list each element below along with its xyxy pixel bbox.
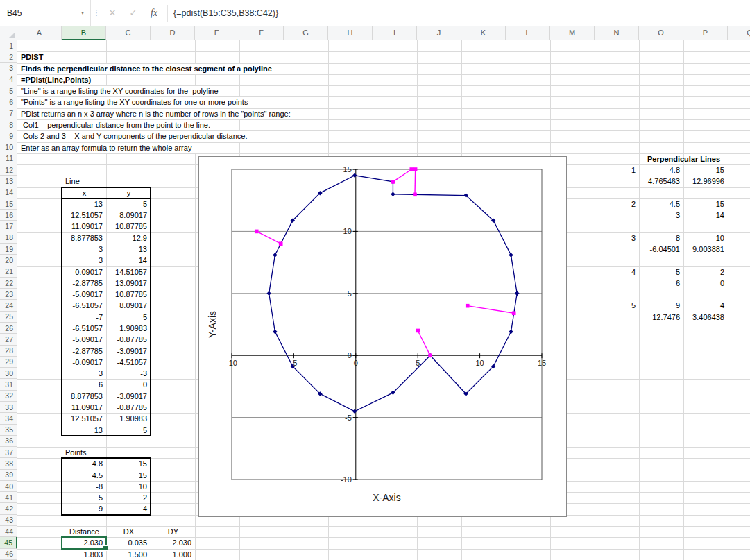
column-header-Q[interactable]: Q (728, 26, 750, 40)
cell-P21[interactable]: 2 (684, 267, 728, 278)
column-header-I[interactable]: I (373, 26, 417, 40)
cell-C40[interactable]: 10 (107, 482, 151, 492)
column-header-L[interactable]: L (506, 26, 550, 40)
row-header-4[interactable]: 4 (0, 74, 17, 85)
cell-O18[interactable]: -8 (640, 233, 683, 244)
cell-C41[interactable]: 2 (107, 493, 151, 503)
cell-C20[interactable]: 14 (107, 255, 151, 266)
row-header-22[interactable]: 22 (0, 278, 17, 289)
row-header-36[interactable]: 36 (0, 436, 17, 447)
cell-B30[interactable]: 3 (62, 368, 106, 379)
row-header-3[interactable]: 3 (0, 63, 17, 74)
column-header-P[interactable]: P (683, 26, 728, 40)
cell-C26[interactable]: 1.90983 (107, 323, 151, 334)
cell-B42[interactable]: 9 (62, 504, 106, 514)
cell-C35[interactable]: 5 (107, 425, 151, 436)
row-header-26[interactable]: 26 (0, 323, 17, 334)
cell-C31[interactable]: 0 (107, 380, 151, 390)
row-header-14[interactable]: 14 (0, 187, 17, 198)
column-header-N[interactable]: N (595, 26, 639, 40)
cell-A7[interactable]: PDist returns an n x 3 array where n is … (18, 109, 295, 119)
row-header-12[interactable]: 12 (0, 164, 17, 176)
cancel-icon[interactable]: ✕ (102, 8, 123, 18)
cell-A3[interactable]: Finds the perpendicular distance to the … (18, 64, 276, 74)
cell-A4[interactable]: =PDist(Line,Points) (18, 75, 95, 85)
cell-D44[interactable]: DY (151, 527, 195, 537)
cell-P18[interactable]: 10 (684, 233, 728, 244)
cell-P13[interactable]: 12.96996 (684, 176, 728, 187)
column-header-D[interactable]: D (151, 26, 195, 40)
cell-N18[interactable]: 3 (595, 233, 639, 244)
cell-B31[interactable]: 6 (62, 380, 106, 390)
cell-P16[interactable]: 14 (684, 210, 728, 221)
cell-B17[interactable]: 11.09017 (62, 221, 106, 232)
enter-icon[interactable]: ✓ (123, 8, 144, 18)
cell-B22[interactable]: -2.87785 (62, 278, 106, 289)
cell-A8[interactable]: Col1 = perpendicular distance from the p… (18, 120, 214, 130)
cell-B34[interactable]: 12.51057 (62, 414, 106, 424)
row-header-21[interactable]: 21 (0, 266, 17, 278)
cell-B33[interactable]: 11.09017 (62, 402, 106, 413)
cell-C15[interactable]: 5 (107, 199, 151, 210)
row-header-30[interactable]: 30 (0, 368, 17, 379)
row-header-10[interactable]: 10 (0, 142, 17, 153)
cell-O12[interactable]: 4.8 (640, 165, 683, 176)
cell-N12[interactable]: 1 (595, 165, 639, 176)
cell-B29[interactable]: -0.09017 (62, 357, 106, 368)
cell-B24[interactable]: -6.51057 (62, 300, 106, 311)
name-box[interactable]: B45 (0, 0, 75, 26)
cell-C19[interactable]: 13 (107, 244, 151, 255)
row-header-38[interactable]: 38 (0, 458, 17, 469)
cell-B40[interactable]: -8 (62, 482, 106, 492)
cell-B32[interactable]: 8.877853 (62, 391, 106, 402)
cell-B25[interactable]: -7 (62, 312, 106, 323)
cell-B18[interactable]: 8.877853 (62, 233, 106, 244)
cell-P22[interactable]: 0 (684, 278, 728, 289)
row-header-43[interactable]: 43 (0, 515, 17, 526)
row-header-33[interactable]: 33 (0, 402, 17, 413)
formula-input[interactable]: {=pdist(B15:C35,B38:C42)} (173, 8, 750, 18)
cell-O16[interactable]: 3 (640, 210, 683, 221)
cell-C22[interactable]: 13.09017 (107, 278, 151, 289)
cell-C32[interactable]: -3.09017 (107, 391, 151, 402)
cell-C23[interactable]: 10.87785 (107, 289, 151, 300)
cell-P12[interactable]: 15 (684, 165, 728, 176)
cell-B38[interactable]: 4.8 (62, 459, 106, 469)
cell-B39[interactable]: 4.5 (62, 470, 106, 481)
row-header-46[interactable]: 46 (0, 549, 17, 560)
cell-C24[interactable]: 8.09017 (107, 300, 151, 311)
row-header-44[interactable]: 44 (0, 526, 17, 537)
row-header-19[interactable]: 19 (0, 244, 17, 255)
row-header-18[interactable]: 18 (0, 232, 17, 244)
cell-A9[interactable]: Cols 2 and 3 = X and Y components of the… (18, 131, 251, 142)
cell-D45[interactable]: 2.030 (151, 538, 195, 548)
column-header-O[interactable]: O (639, 26, 683, 40)
row-header-32[interactable]: 32 (0, 391, 17, 402)
cell-B16[interactable]: 12.51057 (62, 210, 106, 221)
cell-O11[interactable]: Perpendicular Lines (640, 154, 728, 164)
name-box-dropdown-icon[interactable]: ▾ (75, 0, 91, 26)
cell-C46[interactable]: 1.500 (107, 550, 151, 560)
row-header-37[interactable]: 37 (0, 447, 17, 458)
cell-C44[interactable]: DX (107, 527, 151, 537)
cell-O13[interactable]: 4.765463 (640, 176, 683, 187)
cell-P15[interactable]: 15 (684, 199, 728, 210)
column-header-K[interactable]: K (461, 26, 506, 40)
row-header-8[interactable]: 8 (0, 119, 17, 130)
row-header-23[interactable]: 23 (0, 289, 17, 300)
cell-B15[interactable]: 13 (62, 199, 106, 210)
cell-B19[interactable]: 3 (62, 244, 106, 255)
row-header-40[interactable]: 40 (0, 481, 17, 492)
cell-B14[interactable]: x (62, 188, 106, 198)
row-header-27[interactable]: 27 (0, 334, 17, 345)
cell-C38[interactable]: 15 (107, 459, 151, 469)
row-header-34[interactable]: 34 (0, 413, 17, 424)
row-header-25[interactable]: 25 (0, 312, 17, 323)
cell-O22[interactable]: 6 (640, 278, 683, 289)
cell-N15[interactable]: 2 (595, 199, 639, 210)
cell-O24[interactable]: 9 (640, 300, 683, 311)
row-header-35[interactable]: 35 (0, 425, 17, 436)
row-header-11[interactable]: 11 (0, 153, 17, 164)
cell-C17[interactable]: 10.87785 (107, 221, 151, 232)
cell-B41[interactable]: 5 (62, 493, 106, 503)
